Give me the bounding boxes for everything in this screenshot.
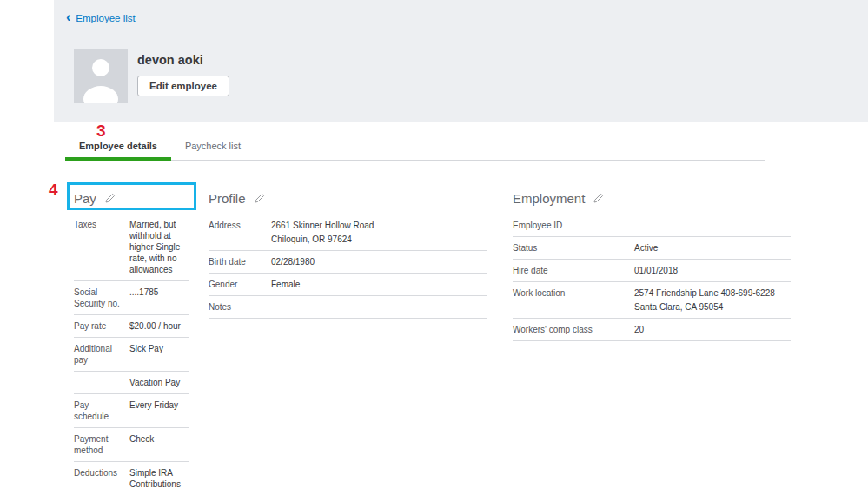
field-label: Pay schedule (74, 399, 129, 422)
field-value: Active (634, 242, 791, 254)
field-value-line: Every Friday (129, 399, 189, 411)
detail-row: Employee ID (513, 214, 791, 237)
field-value: 01/01/2018 (634, 265, 791, 276)
detail-row: Birth date 02/28/1980 (209, 251, 487, 274)
field-value: Vacation Pay (129, 377, 189, 388)
field-value: Check (129, 433, 189, 445)
pay-section: Pay Taxes Married, but withhold at highe… (74, 188, 189, 488)
profile-section-title: Profile (209, 191, 246, 206)
field-value: Married, but withhold at higher Single r… (129, 219, 189, 275)
employment-section-header: Employment (513, 188, 791, 214)
field-value: Sick Pay (129, 343, 189, 354)
field-label: Workers' comp class (513, 324, 634, 335)
field-value-line: Check (129, 433, 189, 445)
edit-pay-icon[interactable] (104, 193, 116, 204)
field-value-line: 2661 Skinner Hollow Road (271, 220, 487, 231)
employment-rows: Employee ID Status Active Hire date 01/0… (513, 214, 791, 341)
field-label: Additional pay (74, 343, 129, 366)
field-value-line: Simple IRA Contributions (129, 467, 189, 488)
field-value-line: Sick Pay (129, 343, 189, 354)
field-value-line: Santa Clara, CA 95054 (634, 301, 791, 313)
field-label: Address (209, 220, 271, 231)
detail-row: Deductions Simple IRA Contributions$500.… (74, 462, 189, 488)
field-label: Payment method (74, 433, 129, 456)
field-value (634, 220, 791, 230)
back-link-label: Employee list (76, 13, 135, 23)
field-label: Hire date (513, 265, 634, 276)
field-label: Social Security no. (74, 287, 129, 309)
field-value-line: Female (271, 279, 487, 290)
profile-rows: Address 2661 Skinner Hollow RoadChiloqui… (209, 214, 487, 319)
edit-employee-button[interactable]: Edit employee (137, 76, 229, 96)
back-to-employee-list-link[interactable]: ‹ Employee list (66, 12, 136, 24)
pay-section-title: Pay (74, 191, 96, 206)
employee-name: devon aoki (137, 53, 203, 67)
field-label: Deductions (74, 467, 129, 478)
field-value-line: Chiloquin, OR 97624 (271, 234, 487, 245)
detail-row: Notes (209, 296, 487, 319)
field-label: Taxes (74, 219, 129, 230)
profile-section: Profile Address 2661 Skinner Hollow Road… (209, 188, 487, 319)
detail-row: Additional pay Sick Pay (74, 338, 189, 372)
edit-profile-icon[interactable] (254, 193, 265, 204)
field-value-line: Active (634, 242, 791, 254)
annotation-step-4: 4 (49, 181, 58, 198)
avatar-shoulders-shape (83, 86, 118, 103)
field-value: 2661 Skinner Hollow RoadChiloquin, OR 97… (271, 220, 487, 245)
detail-row: Payment method Check (74, 428, 189, 462)
field-value: Every Friday (129, 399, 189, 411)
detail-row: Workers' comp class 20 (513, 319, 791, 341)
detail-row: Gender Female (209, 274, 487, 296)
pay-section-header: Pay (74, 188, 189, 214)
avatar-head-shape (92, 59, 109, 76)
field-value: $20.00 / hour (129, 320, 189, 332)
field-label: Gender (209, 279, 271, 290)
field-value-line: 02/28/1980 (271, 256, 487, 267)
field-value: 2574 Friendship Lane 408-699-6228Santa C… (634, 287, 791, 313)
detail-row: Pay schedule Every Friday (74, 394, 189, 428)
field-label: Notes (209, 301, 271, 313)
field-value-line: 20 (634, 324, 791, 335)
detail-row: Address 2661 Skinner Hollow RoadChiloqui… (209, 214, 487, 251)
employment-section-title: Employment (513, 191, 585, 206)
field-label: Pay rate (74, 320, 129, 332)
detail-row: Pay rate $20.00 / hour (74, 315, 189, 338)
field-value-line: 01/01/2018 (634, 265, 791, 276)
field-value: ....1785 (129, 287, 189, 298)
edit-employment-icon[interactable] (593, 193, 604, 204)
field-value-line: Vacation Pay (129, 377, 189, 388)
detail-row: Taxes Married, but withhold at higher Si… (74, 214, 189, 281)
field-label: Status (513, 242, 634, 254)
field-label: Work location (513, 287, 634, 299)
tab-bar: Employee details Paycheck list (65, 132, 765, 161)
employment-section: Employment Employee ID Status Active Hir… (513, 188, 791, 341)
detail-row: Social Security no. ....1785 (74, 281, 189, 315)
chevron-left-icon: ‹ (66, 10, 70, 24)
avatar (74, 49, 128, 103)
detail-row: Status Active (513, 237, 791, 260)
field-value: Female (271, 279, 487, 290)
field-value-line: 2574 Friendship Lane 408-699-6228 (634, 287, 791, 299)
field-value-line: Married, but withhold at higher Single r… (129, 219, 189, 275)
annotation-step-3: 3 (96, 122, 106, 139)
field-value-line: ....1785 (129, 287, 189, 298)
field-value: 20 (634, 324, 791, 335)
tab-employee-details[interactable]: Employee details (65, 132, 171, 161)
pay-rows: Taxes Married, but withhold at higher Si… (74, 214, 189, 488)
detail-row: Work location 2574 Friendship Lane 408-6… (513, 282, 791, 319)
field-value (271, 301, 487, 312)
tab-paycheck-list[interactable]: Paycheck list (171, 132, 255, 160)
field-value: Simple IRA Contributions$500.00 / payche… (129, 467, 189, 488)
detail-row: Vacation Pay (74, 372, 189, 394)
profile-section-header: Profile (209, 188, 487, 214)
header-panel: ‹ Employee list devon aoki Edit employee (54, 0, 868, 122)
field-value: 02/28/1980 (271, 256, 487, 267)
field-label: Employee ID (513, 220, 634, 231)
field-label: Birth date (209, 256, 271, 267)
field-value-line: $20.00 / hour (129, 320, 189, 332)
detail-row: Hire date 01/01/2018 (513, 260, 791, 282)
